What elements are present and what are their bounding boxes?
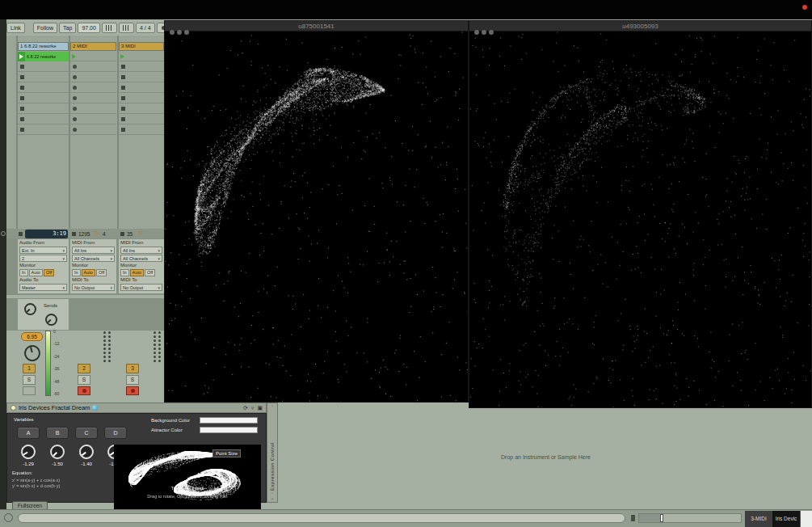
clip-slot[interactable] [119, 104, 164, 114]
clip-slot[interactable] [70, 125, 116, 135]
time-signature-display[interactable]: 4 / 4 [136, 23, 155, 33]
attractor-color-swatch[interactable] [200, 427, 258, 433]
window-titlebar[interactable]: u493005093 [469, 21, 811, 32]
clip-slot[interactable] [18, 94, 69, 103]
tab-track[interactable]: 3-MIDI [745, 511, 772, 527]
midi-to-select[interactable]: No Output▾ [72, 284, 115, 291]
save-preset-icon[interactable]: ▿ [251, 405, 255, 411]
param-c-knob[interactable] [76, 441, 96, 462]
clip-stop-button[interactable] [120, 232, 124, 236]
variable-c-button[interactable]: C [75, 427, 98, 439]
track-number-tile[interactable]: 2 [78, 364, 90, 373]
monitor-auto-button[interactable]: Auto [82, 269, 95, 276]
clip-slot[interactable] [18, 125, 69, 135]
strip-square-icon[interactable]: ▫ [271, 496, 273, 502]
clip-slot[interactable] [119, 73, 164, 82]
recording-indicator-icon[interactable] [802, 5, 807, 10]
solo-button[interactable]: S [23, 375, 36, 385]
clip-play-icon[interactable] [18, 52, 25, 61]
arm-record-button[interactable] [126, 386, 139, 395]
clip-slot[interactable] [70, 73, 116, 82]
track-number-tile[interactable]: 1 [23, 364, 36, 373]
solo-button[interactable]: S [78, 375, 90, 385]
param-a-knob[interactable] [19, 442, 39, 462]
audio-to-select[interactable]: Master▾ [19, 284, 67, 291]
nudge-down-button[interactable] [102, 23, 117, 33]
clip-slot-play[interactable] [70, 52, 116, 61]
audio-from-channel-select[interactable]: 2▾ [19, 255, 67, 262]
midi-channel-select[interactable]: All Channels▾ [120, 255, 162, 262]
monitor-off-button[interactable]: Off [44, 269, 54, 276]
audio-from-select[interactable]: Ext. In▾ [19, 247, 67, 254]
slider-handle[interactable] [660, 514, 663, 522]
clip-slot[interactable] [119, 125, 164, 135]
tempo-display[interactable]: 97.00 [78, 23, 100, 33]
particle-canvas[interactable] [165, 32, 468, 402]
window-titlebar[interactable]: u875001541 [165, 21, 468, 32]
particle-canvas[interactable] [469, 32, 811, 407]
tab-device[interactable]: Iris Devic [772, 511, 800, 527]
clip-slot[interactable] [18, 83, 69, 93]
track-number-tile[interactable]: 3 [126, 364, 139, 373]
clip-slot[interactable] [70, 62, 116, 72]
background-color-swatch[interactable] [200, 417, 258, 424]
playing-clip[interactable]: 6.8.22 reworke [18, 52, 69, 61]
param-b-knob[interactable] [47, 441, 67, 462]
monitor-off-button[interactable]: Off [96, 269, 107, 276]
divider-handle[interactable] [631, 515, 635, 521]
monitor-in-button[interactable]: In [120, 269, 129, 276]
close-icon[interactable] [170, 30, 175, 35]
tap-tempo-button[interactable]: Tap [59, 23, 76, 33]
status-input[interactable] [18, 513, 625, 523]
point-size-field[interactable]: Point Size [212, 449, 241, 457]
clip-slot[interactable] [18, 115, 69, 124]
jitter-window-2[interactable]: u493005093 [469, 20, 812, 408]
device-on-toggle[interactable] [11, 405, 16, 411]
clip-stop-button[interactable] [19, 232, 23, 236]
solo-button[interactable]: S [126, 375, 139, 385]
midi-to-select[interactable]: No Output▾ [120, 284, 162, 291]
minimize-icon[interactable] [482, 30, 486, 35]
link-button[interactable]: Link [6, 23, 25, 33]
clip-slot[interactable] [70, 94, 116, 103]
pan-knob[interactable] [23, 344, 42, 363]
follow-button[interactable]: Follow [33, 23, 57, 33]
zoom-icon[interactable] [489, 30, 494, 35]
midi-from-select[interactable]: All Ins▾ [72, 247, 115, 254]
monitor-auto-button[interactable]: Auto [29, 269, 43, 276]
arm-button[interactable] [23, 386, 36, 395]
clip-slot[interactable] [18, 62, 69, 72]
clip-slot[interactable] [119, 94, 164, 103]
clip-slot[interactable] [119, 115, 164, 124]
rail-circle-icon[interactable] [1, 231, 6, 236]
variable-d-button[interactable]: D [104, 427, 127, 439]
clip-slot[interactable] [18, 73, 69, 82]
track-volume-display[interactable]: 6.95 [21, 332, 43, 341]
clip-slot[interactable] [70, 83, 116, 93]
track-header-3[interactable]: 3 MIDI [119, 42, 164, 51]
device-titlebar[interactable]: Iris Devices Fractal Dream ⟳ ▿ ▣ [6, 403, 267, 413]
clip-slot[interactable] [70, 104, 116, 114]
track-header-1[interactable]: 1 6.8.22 reworke [18, 42, 69, 51]
monitor-off-button[interactable]: Off [145, 269, 155, 276]
minimize-icon[interactable] [177, 30, 182, 35]
jitter-window-1[interactable]: u875001541 [164, 20, 469, 403]
arm-record-button[interactable] [78, 386, 90, 395]
strip-circle-icon[interactable]: ◦ [271, 403, 273, 409]
zoom-slider[interactable] [638, 513, 742, 523]
clip-stop-button[interactable] [72, 232, 76, 236]
send-b-knob[interactable] [43, 311, 60, 328]
monitor-in-button[interactable]: In [19, 269, 28, 276]
track-header-2[interactable]: 2 MIDI [70, 42, 116, 51]
clip-slot[interactable] [18, 104, 69, 114]
hot-swap-icon[interactable]: ⟳ [243, 405, 248, 411]
monitor-auto-button[interactable]: Auto [130, 269, 144, 276]
midi-channel-select[interactable]: All Channels▾ [72, 255, 115, 262]
play-circle-icon[interactable] [4, 513, 13, 522]
zoom-icon[interactable] [184, 30, 189, 35]
nudge-up-button[interactable] [119, 23, 134, 33]
expression-control-strip[interactable]: ◦ Expression Control ◦ ▫ [267, 403, 278, 503]
clip-slot[interactable] [119, 62, 164, 72]
monitor-in-button[interactable]: In [72, 269, 81, 276]
midi-from-select[interactable]: All Ins▾ [120, 247, 162, 254]
